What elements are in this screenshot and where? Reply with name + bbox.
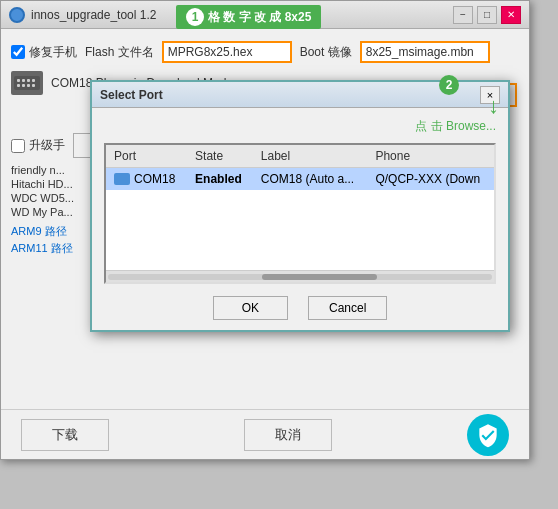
svg-rect-1 bbox=[17, 79, 20, 82]
table-header-row: Port State Label Phone bbox=[106, 145, 494, 168]
port-icon bbox=[114, 173, 130, 185]
svg-rect-3 bbox=[27, 79, 30, 82]
svg-rect-4 bbox=[32, 79, 35, 82]
svg-rect-8 bbox=[32, 84, 35, 87]
svg-rect-2 bbox=[22, 79, 25, 82]
cell-label: COM18 (Auto a... bbox=[253, 168, 368, 191]
cell-state: Enabled bbox=[187, 168, 253, 191]
annotation-1: 1 格 数 字 改 成 8x25 bbox=[176, 5, 321, 29]
repair-checkbox[interactable] bbox=[11, 45, 25, 59]
upgrade-checkbox-label[interactable]: 升级手 bbox=[11, 137, 65, 154]
horizontal-scrollbar[interactable] bbox=[106, 270, 494, 282]
toolbar-row: 修复手机 Flash 文件名 Boot 镜像 bbox=[11, 41, 519, 63]
repair-label: 修复手机 bbox=[29, 44, 77, 61]
dialog-content: 点 击 Browse... Port State Label Phone bbox=[92, 108, 508, 330]
close-button[interactable]: ✕ bbox=[501, 6, 521, 24]
repair-checkbox-label[interactable]: 修复手机 bbox=[11, 44, 77, 61]
hex-input[interactable] bbox=[162, 41, 292, 63]
app-icon bbox=[9, 7, 25, 23]
title-bar-controls: − □ ✕ bbox=[453, 6, 521, 24]
table-row[interactable]: COM18 Enabled COM18 (Auto a... Q/QCP-XXX… bbox=[106, 168, 494, 191]
minimize-button[interactable]: − bbox=[453, 6, 473, 24]
dialog-hint: 点 击 Browse... bbox=[104, 118, 496, 135]
title-bar-left: innos_upgrade_tool 1.2 bbox=[9, 7, 156, 23]
annotation-2-num: 2 bbox=[439, 75, 459, 95]
svg-rect-7 bbox=[27, 84, 30, 87]
upgrade-label: 升级手 bbox=[29, 137, 65, 154]
com-port-icon bbox=[11, 71, 43, 95]
boot-label: Boot 镜像 bbox=[300, 44, 352, 61]
scroll-thumb bbox=[262, 274, 377, 280]
dialog-title: Select Port bbox=[100, 88, 163, 102]
svg-rect-6 bbox=[22, 84, 25, 87]
col-label: Label bbox=[253, 145, 368, 168]
annotation-2-arrow: ↓ bbox=[488, 93, 499, 119]
shield-button[interactable] bbox=[467, 414, 509, 456]
dialog-cancel-button[interactable]: Cancel bbox=[308, 296, 387, 320]
col-port: Port bbox=[106, 145, 187, 168]
dialog-ok-button[interactable]: OK bbox=[213, 296, 288, 320]
download-button[interactable]: 下载 bbox=[21, 419, 109, 451]
port-cell-container: COM18 bbox=[114, 172, 179, 186]
svg-rect-5 bbox=[17, 84, 20, 87]
upgrade-checkbox[interactable] bbox=[11, 139, 25, 153]
scroll-track bbox=[108, 274, 492, 280]
col-state: State bbox=[187, 145, 253, 168]
maximize-button[interactable]: □ bbox=[477, 6, 497, 24]
window-title: innos_upgrade_tool 1.2 bbox=[31, 8, 156, 22]
annotation-1-num: 1 bbox=[186, 8, 204, 26]
table-empty-area bbox=[106, 190, 494, 270]
svg-rect-0 bbox=[14, 76, 40, 90]
bottom-bar: 下载 取消 bbox=[1, 409, 529, 459]
col-phone: Phone bbox=[367, 145, 494, 168]
port-table-wrapper: Port State Label Phone COM18 bbox=[104, 143, 496, 284]
port-table: Port State Label Phone COM18 bbox=[106, 145, 494, 190]
select-port-dialog: Select Port × 点 击 Browse... Port State L… bbox=[90, 80, 510, 332]
cell-port: COM18 bbox=[106, 168, 187, 191]
cell-phone: Q/QCP-XXX (Down bbox=[367, 168, 494, 191]
shield-icon bbox=[475, 422, 501, 448]
mbn-input[interactable] bbox=[360, 41, 490, 63]
flash-file-label: Flash 文件名 bbox=[85, 44, 154, 61]
annotation-1-text: 格 数 字 改 成 8x25 bbox=[208, 9, 311, 26]
dialog-buttons: OK Cancel bbox=[104, 296, 496, 320]
cancel-button[interactable]: 取消 bbox=[244, 419, 332, 451]
